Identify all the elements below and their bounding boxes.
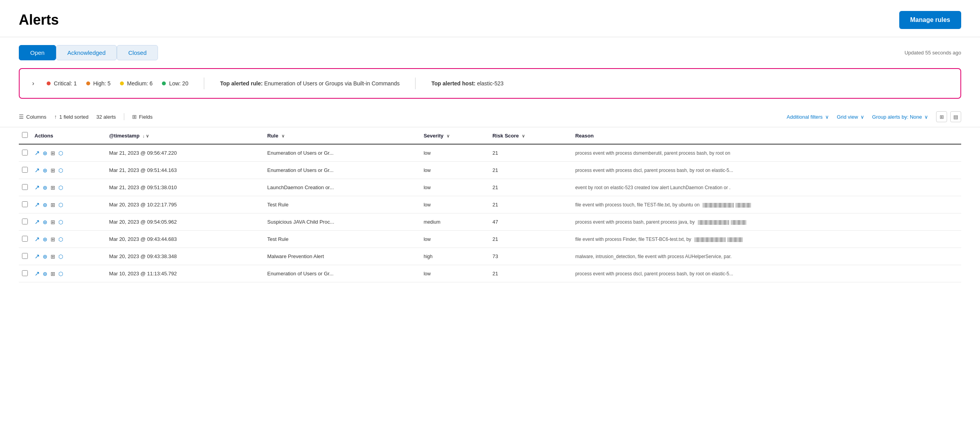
row-3-rule[interactable]: Test Rule [264, 196, 421, 213]
select-all-checkbox-header[interactable] [19, 127, 31, 144]
column-risk-score[interactable]: Risk Score ∨ [489, 127, 572, 144]
row-1-checkbox[interactable] [22, 167, 28, 173]
analyze-icon[interactable]: ⊛ [43, 271, 47, 277]
shield-icon[interactable]: ⬡ [58, 150, 63, 156]
row-6-severity: high [421, 248, 490, 265]
row-4-checkbox[interactable] [22, 219, 28, 224]
shield-icon[interactable]: ⬡ [58, 236, 63, 242]
page-header: Alerts Manage rules [0, 0, 980, 37]
table-view-icon[interactable]: ⊞ [936, 111, 947, 122]
row-0-rule[interactable]: Enumeration of Users or Gr... [264, 144, 421, 162]
options-icon[interactable]: ⊞ [51, 219, 55, 225]
sort-label: 1 field sorted [59, 114, 88, 120]
expand-arrow-icon[interactable]: ↗ [34, 253, 40, 260]
row-4-rule[interactable]: Suspicious JAVA Child Proc... [264, 213, 421, 231]
severity-badge: low [424, 236, 431, 243]
row-1-rule[interactable]: Enumeration of Users or Gr... [264, 162, 421, 179]
manage-rules-button[interactable]: Manage rules [899, 11, 961, 29]
analyze-icon[interactable]: ⊛ [43, 236, 47, 242]
group-alerts-chevron: ∨ [924, 114, 928, 120]
options-icon[interactable]: ⊞ [51, 253, 55, 260]
row-7-checkbox[interactable] [22, 270, 28, 276]
row-7-checkbox-cell[interactable] [19, 265, 31, 282]
options-icon[interactable]: ⊞ [51, 271, 55, 277]
page-title: Alerts [19, 12, 59, 28]
shield-icon[interactable]: ⬡ [58, 184, 63, 191]
row-6-checkbox-cell[interactable] [19, 248, 31, 265]
analyze-icon[interactable]: ⊛ [43, 253, 47, 260]
row-5-checkbox-cell[interactable] [19, 231, 31, 248]
row-0-checkbox-cell[interactable] [19, 144, 31, 162]
analyze-icon[interactable]: ⊛ [43, 202, 47, 208]
row-5-rule[interactable]: Test Rule [264, 231, 421, 248]
row-3-checkbox-cell[interactable] [19, 196, 31, 213]
row-2-checkbox-cell[interactable] [19, 179, 31, 196]
additional-filters-button[interactable]: Additional filters ∨ [787, 114, 829, 120]
high-label: High: 5 [93, 80, 111, 87]
actions-cell: ↗ ⊛ ⊞ ⬡ [34, 166, 103, 174]
analyze-icon[interactable]: ⊛ [43, 184, 47, 191]
summary-card: › Critical: 1 High: 5 Medium: 6 Low: 20 … [19, 68, 961, 99]
column-rule[interactable]: Rule ∨ [264, 127, 421, 144]
row-2-checkbox[interactable] [22, 184, 28, 190]
additional-filters-chevron: ∨ [825, 114, 829, 120]
row-0-timestamp: Mar 21, 2023 @ 09:56:47.220 [106, 144, 264, 162]
group-alerts-button[interactable]: Group alerts by: None ∨ [872, 114, 928, 120]
column-reason: Reason [572, 127, 961, 144]
expand-arrow-icon[interactable]: ↗ [34, 184, 40, 191]
tab-closed[interactable]: Closed [117, 45, 158, 60]
expand-icon[interactable]: › [32, 80, 34, 87]
analyze-icon[interactable]: ⊛ [43, 150, 47, 156]
shield-icon[interactable]: ⬡ [58, 202, 63, 208]
columns-label: Columns [26, 114, 46, 120]
row-7-rule[interactable]: Enumeration of Users or Gr... [264, 265, 421, 282]
options-icon[interactable]: ⊞ [51, 202, 55, 208]
column-severity[interactable]: Severity ∨ [421, 127, 490, 144]
expand-arrow-icon[interactable]: ↗ [34, 149, 40, 157]
critical-label: Critical: 1 [54, 80, 76, 87]
expand-arrow-icon[interactable]: ↗ [34, 270, 40, 277]
shield-icon[interactable]: ⬡ [58, 167, 63, 174]
row-0-reason: process event with process dsmemberutil,… [572, 144, 961, 162]
expand-arrow-icon[interactable]: ↗ [34, 166, 40, 174]
sort-indicator[interactable]: ↑ 1 field sorted [54, 114, 88, 120]
columns-button[interactable]: ☰ Columns [19, 114, 46, 120]
tab-acknowledged[interactable]: Acknowledged [56, 45, 117, 60]
reason-text: process event with process dscl, parent … [575, 271, 733, 277]
toolbar-left: ☰ Columns ↑ 1 field sorted 32 alerts ⊞ F… [19, 113, 152, 120]
row-0-checkbox[interactable] [22, 150, 28, 155]
expand-arrow-icon[interactable]: ↗ [34, 235, 40, 243]
tab-open[interactable]: Open [19, 45, 56, 60]
row-0-severity: low [421, 144, 490, 162]
shield-icon[interactable]: ⬡ [58, 219, 63, 225]
column-timestamp[interactable]: @timestamp ↓ ∨ [106, 127, 264, 144]
shield-icon[interactable]: ⬡ [58, 271, 63, 277]
actions-cell: ↗ ⊛ ⊞ ⬡ [34, 149, 103, 157]
expand-arrow-icon[interactable]: ↗ [34, 218, 40, 226]
grid-view-button[interactable]: Grid view ∨ [837, 114, 864, 120]
sort-icon: ↑ [54, 114, 57, 120]
expand-arrow-icon[interactable]: ↗ [34, 201, 40, 208]
row-3-checkbox[interactable] [22, 201, 28, 207]
analyze-icon[interactable]: ⊛ [43, 167, 47, 174]
row-4-checkbox-cell[interactable] [19, 213, 31, 231]
fields-button[interactable]: ⊞ Fields [132, 114, 153, 120]
list-view-icon[interactable]: ▤ [950, 111, 961, 122]
options-icon[interactable]: ⊞ [51, 236, 55, 242]
options-icon[interactable]: ⊞ [51, 184, 55, 191]
tabs-area: Open Acknowledged Closed Updated 55 seco… [0, 37, 980, 60]
critical-stat: Critical: 1 [47, 80, 76, 87]
shield-icon[interactable]: ⬡ [58, 253, 63, 260]
actions-cell: ↗ ⊛ ⊞ ⬡ [34, 201, 103, 208]
row-1-checkbox-cell[interactable] [19, 162, 31, 179]
row-6-rule[interactable]: Malware Prevention Alert [264, 248, 421, 265]
row-5-checkbox[interactable] [22, 236, 28, 242]
options-icon[interactable]: ⊞ [51, 150, 55, 156]
row-0-risk-score: 21 [489, 144, 572, 162]
row-6-checkbox[interactable] [22, 253, 28, 259]
select-all-checkbox[interactable] [22, 132, 28, 138]
options-icon[interactable]: ⊞ [51, 167, 55, 174]
analyze-icon[interactable]: ⊛ [43, 219, 47, 225]
alerts-table-body: ↗ ⊛ ⊞ ⬡ Mar 21, 2023 @ 09:56:47.220Enume… [19, 144, 961, 282]
row-2-rule[interactable]: LaunchDaemon Creation or... [264, 179, 421, 196]
